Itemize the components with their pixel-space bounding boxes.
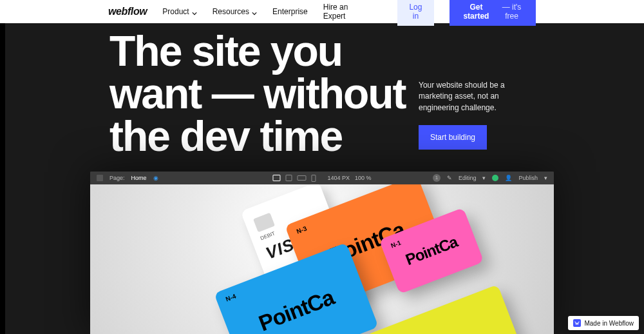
card-code: N-4 — [225, 293, 237, 303]
get-started-button[interactable]: Get started — it's free — [450, 0, 536, 26]
start-building-button[interactable]: Start building — [419, 125, 487, 150]
nav-resources[interactable]: Resources — [213, 7, 257, 16]
card-brand: PointCa — [403, 233, 460, 269]
card-brand: PointCa — [406, 326, 488, 334]
nav-enterprise[interactable]: Enterprise — [272, 7, 308, 16]
page-label: Page: — [109, 175, 125, 181]
viewport-controls: 1404 PX 100 % — [272, 175, 371, 182]
page-name[interactable]: Home — [131, 175, 147, 181]
status-icon — [492, 175, 498, 181]
made-in-label: Made in Webflow — [584, 320, 634, 327]
editing-label[interactable]: Editing — [459, 175, 477, 181]
card-chip-icon — [253, 213, 275, 233]
card-yellow: PointCa — [365, 284, 530, 334]
nav-product-label: Product — [162, 7, 189, 16]
webflow-icon[interactable] — [97, 175, 103, 181]
chevron-down-icon — [252, 9, 257, 14]
user-count-badge[interactable]: 1 — [433, 174, 440, 182]
logo[interactable]: webflow — [108, 6, 147, 17]
login-button[interactable]: Log in — [397, 0, 434, 26]
desktop-viewport-icon[interactable] — [272, 175, 280, 181]
edit-icon[interactable]: ✎ — [447, 175, 452, 181]
get-started-label: Get started — [459, 3, 494, 21]
mobile-landscape-viewport-icon[interactable] — [297, 175, 306, 181]
chevron-down-icon: ▾ — [482, 175, 486, 181]
designer-canvas[interactable]: DEBIT VISA VISA N-3 PointCa N-1 PointCa … — [90, 184, 554, 334]
nav-resources-label: Resources — [213, 7, 249, 16]
person-icon[interactable]: 👤 — [505, 175, 512, 181]
chevron-down-icon — [192, 9, 197, 14]
card-brand: PointCa — [255, 284, 337, 334]
designer-topbar: Page: Home ◉ 1404 PX 100 % 1 ✎ Editing ▾… — [90, 172, 554, 184]
chevron-down-icon: ▾ — [544, 175, 547, 181]
tablet-viewport-icon[interactable] — [285, 175, 292, 181]
hero: The site you want — without the dev time… — [0, 23, 644, 157]
hero-title: The site you want — without the dev time — [109, 30, 419, 157]
hero-subtitle: Your website should be a marketing asset… — [419, 80, 535, 113]
card-code: N-3 — [296, 225, 308, 235]
preview-icon[interactable]: ◉ — [153, 175, 158, 181]
designer-right-controls: 1 ✎ Editing ▾ 👤 Publish ▾ — [433, 174, 547, 182]
nav-hire-expert[interactable]: Hire an Expert — [323, 3, 366, 21]
webflow-icon — [573, 319, 581, 327]
designer-preview: Page: Home ◉ 1404 PX 100 % 1 ✎ Editing ▾… — [90, 172, 554, 334]
nav-product[interactable]: Product — [162, 7, 196, 16]
hero-aside: Your website should be a marketing asset… — [419, 30, 535, 150]
canvas-width: 1404 PX — [327, 175, 350, 181]
get-started-free: — it's free — [497, 3, 527, 21]
publish-label[interactable]: Publish — [518, 175, 538, 181]
made-in-webflow-badge[interactable]: Made in Webflow — [568, 316, 639, 330]
nav-hire-label: Hire an Expert — [323, 3, 366, 21]
card-code: N-1 — [390, 239, 402, 250]
mobile-viewport-icon[interactable] — [311, 175, 316, 182]
zoom-level: 100 % — [355, 175, 372, 181]
top-nav: webflow Product Resources Enterprise Hir… — [0, 0, 644, 23]
nav-enterprise-label: Enterprise — [272, 7, 308, 16]
